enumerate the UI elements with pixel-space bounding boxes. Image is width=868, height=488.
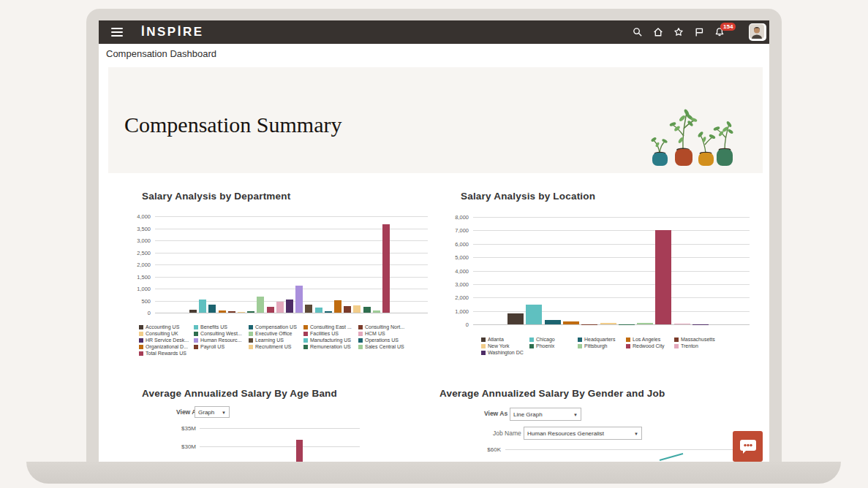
gridline: 4,000 <box>155 216 428 217</box>
legend-item[interactable]: Massachusetts <box>674 337 722 342</box>
bar-Accounting US[interactable] <box>189 310 197 313</box>
legend-item[interactable]: Trenton <box>674 343 722 348</box>
legend-swatch <box>358 338 363 343</box>
bar-Headquarters[interactable] <box>545 320 561 324</box>
legend-item[interactable]: Consulting West... <box>194 331 249 336</box>
legend-item[interactable]: Learning US <box>249 338 303 343</box>
bar-Total Rewards US[interactable] <box>382 224 390 313</box>
bar-Operations US[interactable] <box>325 311 332 313</box>
notifications[interactable]: 154 <box>714 26 725 38</box>
legend-item[interactable]: Facilities US <box>303 331 358 336</box>
y-tick-label: 6,000 <box>455 240 469 247</box>
bar-Consulting Nort...[interactable] <box>228 311 235 313</box>
bar-Remuneration US[interactable] <box>363 307 371 313</box>
legend-item[interactable]: New York <box>481 343 529 348</box>
bar-Sales Central US[interactable] <box>373 310 380 313</box>
caret-down-icon <box>631 430 638 437</box>
bar-Learning US[interactable] <box>305 305 312 313</box>
legend-item[interactable]: HR Service Desk... <box>139 338 194 343</box>
legend-item[interactable]: Organizational D... <box>139 344 194 349</box>
legend-label: HR Service Desk... <box>146 338 189 343</box>
legend-item[interactable]: Operations US <box>358 338 413 343</box>
legend-item[interactable]: Payroll US <box>194 344 249 349</box>
legend-item[interactable]: Recruitment US <box>249 344 303 349</box>
bar-Los Angeles[interactable] <box>563 321 579 324</box>
legend-item[interactable]: Manufacturing US <box>303 338 358 343</box>
legend-item[interactable]: Pittsburgh <box>578 343 626 348</box>
bar-Executive Office[interactable] <box>257 297 264 313</box>
legend-swatch <box>529 344 534 348</box>
bar-HCM US[interactable] <box>276 302 284 313</box>
bar-Consulting West...[interactable] <box>247 311 254 313</box>
gridline: 4,000 <box>473 271 750 272</box>
legend-swatch <box>139 332 143 336</box>
bar-Consulting East ...[interactable] <box>219 310 226 313</box>
legend-item[interactable]: Phoenix <box>529 343 578 348</box>
bar-Facilities US[interactable] <box>267 307 274 313</box>
legend-swatch <box>529 338 534 342</box>
legend-swatch <box>358 325 363 329</box>
legend-item[interactable]: Benefits US <box>194 324 249 329</box>
legend-swatch <box>249 325 253 329</box>
bar-HR Service Desk...[interactable] <box>286 300 293 313</box>
legend-item[interactable]: Washington DC <box>481 350 529 355</box>
chart-title-age-band: Average Annualized Salary By Age Band <box>142 388 337 399</box>
gridline: 1,000 <box>473 311 750 312</box>
chat-button[interactable] <box>733 431 763 462</box>
legend-item[interactable]: Human Resourc... <box>194 338 249 343</box>
bar-Manufacturing US[interactable] <box>315 308 322 313</box>
caret-down-icon <box>219 409 226 416</box>
legend-item[interactable]: Redwood City <box>626 343 674 348</box>
bar-Benefits US[interactable] <box>199 300 206 313</box>
user-avatar[interactable] <box>749 23 766 41</box>
legend-item[interactable]: Headquarters <box>578 337 626 342</box>
legend-item[interactable]: Atlanta <box>481 337 529 342</box>
legend-swatch <box>249 338 253 343</box>
legend-item[interactable]: Consulting Nort... <box>358 324 413 329</box>
legend-item[interactable]: Remuneration US <box>303 344 358 349</box>
search-icon[interactable] <box>632 26 644 38</box>
legend-department: Accounting USBenefits USCompensation USC… <box>139 324 413 356</box>
bar-Recruitment US[interactable] <box>353 305 361 313</box>
legend-item[interactable]: Los Angeles <box>626 337 674 342</box>
bar-Compensation US[interactable] <box>208 305 216 313</box>
app-logo[interactable]: İNSPİRE <box>141 25 204 39</box>
view-as-value-2: Line Graph <box>513 411 543 418</box>
bar-Atlanta[interactable] <box>507 313 524 324</box>
legend-item[interactable]: Consulting East ... <box>303 324 358 329</box>
bar-Consulting UK[interactable] <box>238 312 245 313</box>
legend-item[interactable]: Total Rewards US <box>139 351 194 356</box>
legend-swatch <box>358 332 363 336</box>
bar-New York[interactable] <box>600 323 616 324</box>
bar-Organizational D...[interactable] <box>334 300 341 313</box>
bar-age-band[interactable] <box>296 440 303 462</box>
legend-label: Facilities US <box>310 331 339 336</box>
bar-Trenton[interactable] <box>674 324 690 324</box>
bar-Payroll US[interactable] <box>344 306 351 313</box>
legend-item[interactable]: Consulting UK <box>139 331 194 336</box>
legend-item[interactable]: Executive Office <box>249 331 303 336</box>
summary-banner: Compensation Summary <box>108 67 763 173</box>
star-icon[interactable] <box>673 26 684 38</box>
bar-Chicago[interactable] <box>526 305 542 324</box>
view-as-dropdown-2[interactable]: Line Graph <box>510 408 581 421</box>
bar-Human Resourc...[interactable] <box>295 286 303 313</box>
flag-icon[interactable] <box>693 26 705 38</box>
legend-item[interactable]: Accounting US <box>139 324 194 329</box>
legend-label: New York <box>488 343 510 348</box>
bar-Redwood City[interactable] <box>655 230 671 324</box>
view-as-dropdown[interactable]: Graph <box>195 406 230 418</box>
legend-label: Compensation US <box>255 324 297 329</box>
menu-icon[interactable] <box>111 28 123 37</box>
home-icon[interactable] <box>652 26 664 38</box>
job-name-dropdown[interactable]: Human Resources Generalist <box>524 427 642 440</box>
y-tick-label: 2,000 <box>137 262 151 268</box>
legend-item[interactable]: Chicago <box>529 337 578 342</box>
legend-label: Recruitment US <box>255 344 291 349</box>
legend-swatch <box>578 344 582 348</box>
legend-item[interactable]: Compensation US <box>249 324 303 329</box>
legend-item[interactable]: Sales Central US <box>358 344 413 349</box>
legend-item[interactable]: HCM US <box>358 331 413 336</box>
view-as-label-2: View As <box>484 410 507 417</box>
bar-Pittsburgh[interactable] <box>637 323 653 324</box>
